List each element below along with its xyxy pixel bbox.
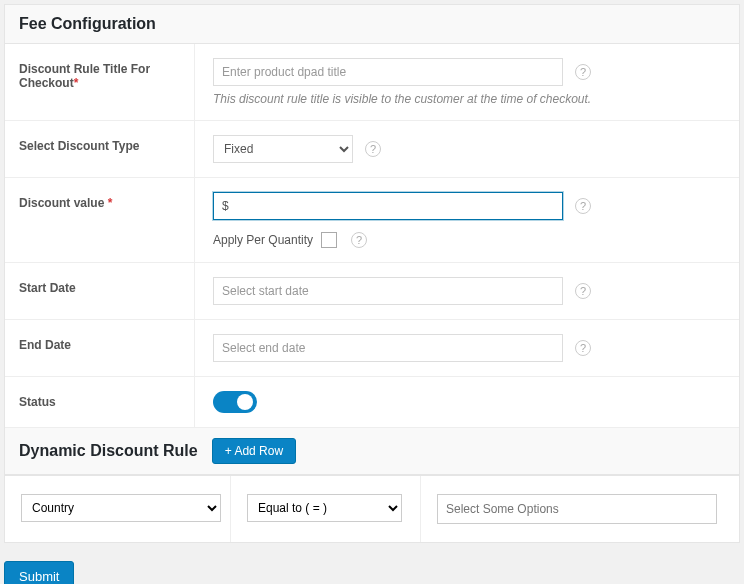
help-icon[interactable]: ? <box>575 283 591 299</box>
fee-config-panel: Fee Configuration Discount Rule Title Fo… <box>4 4 740 543</box>
rule-field-select[interactable]: Country <box>21 494 221 522</box>
dynamic-rule-header: Dynamic Discount Rule + Add Row <box>5 428 739 475</box>
rule-operator-select[interactable]: Equal to ( = ) <box>247 494 402 522</box>
help-icon[interactable]: ? <box>351 232 367 248</box>
help-icon[interactable]: ? <box>575 340 591 356</box>
apply-per-qty-label: Apply Per Quantity <box>213 233 313 247</box>
apply-per-qty-checkbox[interactable] <box>321 232 337 248</box>
label-rule-title: Discount Rule Title For Checkout* <box>5 44 195 120</box>
label-start-date: Start Date <box>5 263 195 319</box>
rule-title-help: This discount rule title is visible to t… <box>213 92 721 106</box>
row-rule-title: Discount Rule Title For Checkout* ? This… <box>5 44 739 121</box>
help-icon[interactable]: ? <box>575 64 591 80</box>
submit-area: Submit <box>0 543 744 584</box>
add-row-button[interactable]: + Add Row <box>212 438 296 464</box>
rule-title-input[interactable] <box>213 58 563 86</box>
label-end-date: End Date <box>5 320 195 376</box>
fee-config-title: Fee Configuration <box>19 15 725 33</box>
end-date-input[interactable] <box>213 334 563 362</box>
start-date-input[interactable] <box>213 277 563 305</box>
submit-button[interactable]: Submit <box>4 561 74 584</box>
label-discount-type: Select Discount Type <box>5 121 195 177</box>
discount-value-input[interactable] <box>213 192 563 220</box>
apply-per-qty-group: Apply Per Quantity ? <box>213 232 721 248</box>
row-end-date: End Date ? <box>5 320 739 377</box>
rule-value-input[interactable] <box>437 494 717 524</box>
toggle-knob <box>237 394 253 410</box>
discount-type-select[interactable]: Fixed <box>213 135 353 163</box>
rule-row: Country Equal to ( = ) <box>5 475 739 542</box>
label-discount-value: Discount value * <box>5 178 195 262</box>
required-marker: * <box>108 196 113 210</box>
help-icon[interactable]: ? <box>575 198 591 214</box>
fee-config-header: Fee Configuration <box>5 5 739 44</box>
required-marker: * <box>74 76 79 90</box>
dynamic-rule-title: Dynamic Discount Rule <box>19 442 198 460</box>
help-icon[interactable]: ? <box>365 141 381 157</box>
label-status: Status <box>5 377 195 427</box>
row-discount-value: Discount value * ? Apply Per Quantity ? <box>5 178 739 263</box>
row-status: Status <box>5 377 739 428</box>
status-toggle[interactable] <box>213 391 257 413</box>
row-start-date: Start Date ? <box>5 263 739 320</box>
row-discount-type: Select Discount Type Fixed ? <box>5 121 739 178</box>
